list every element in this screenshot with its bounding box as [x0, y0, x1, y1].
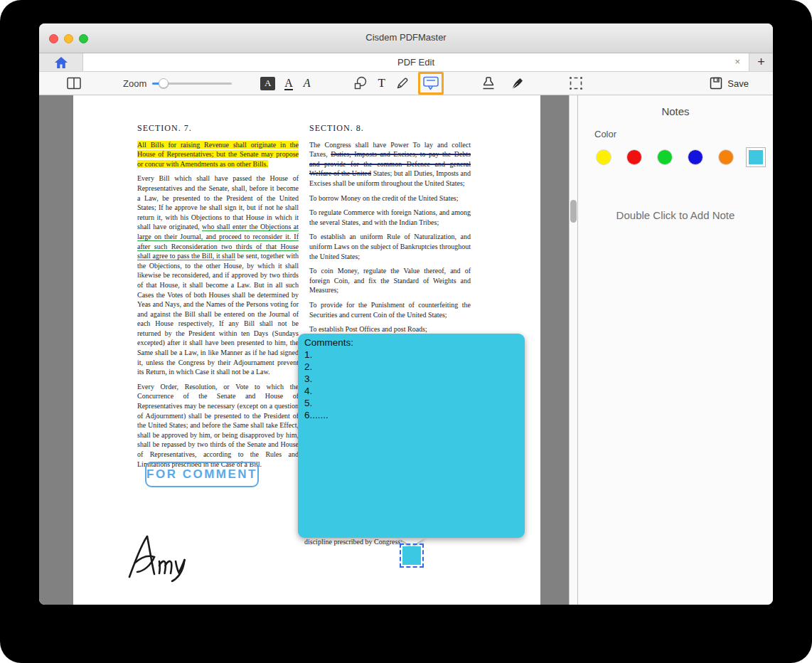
color-swatches: [596, 147, 766, 167]
panel-icon: [66, 76, 82, 90]
add-note-hint: Double Click to Add Note: [578, 209, 773, 221]
strikethrough-text-button[interactable]: A: [304, 77, 311, 90]
save-label: Save: [727, 78, 749, 89]
stamp-tool-button[interactable]: [481, 75, 496, 91]
shape-icon: [353, 76, 368, 90]
pdf-paragraph: To establish an uniform Rule of Naturali…: [309, 232, 471, 261]
screenshot-frame: Cisdem PDFMaster PDF Edit × +: [0, 0, 812, 663]
pdf-heading: SECTION. 7.: [137, 124, 299, 134]
note-line: 3.: [304, 373, 518, 385]
zoom-label: Zoom: [123, 78, 146, 89]
pdf-paragraph: Every Bill which shall have passed the H…: [137, 174, 299, 376]
main-content: SECTION. 7.All Bills for raising Revenue…: [39, 95, 773, 605]
tab-title: PDF Edit: [397, 57, 434, 68]
note-line: 6.......: [304, 409, 518, 421]
note-line: 5.: [304, 397, 518, 409]
pdf-paragraph: The Congress shall have Power To lay and…: [309, 140, 471, 189]
fountain-pen-icon: [511, 76, 525, 90]
note-tool-button[interactable]: [422, 75, 439, 91]
strikethrough-text-icon: A: [304, 77, 311, 90]
color-swatch-blue[interactable]: [688, 149, 703, 165]
pdf-paragraph: To establish Post Offices and post Roads…: [309, 324, 471, 334]
color-swatch-cyan[interactable]: [749, 150, 763, 164]
notes-sidebar: Notes Color Double Click to Add Note: [577, 95, 773, 605]
signature-tool-button[interactable]: [511, 76, 525, 90]
toggle-sidebar-button[interactable]: [66, 76, 82, 90]
color-swatch-green[interactable]: [657, 149, 673, 165]
note-line: 2.: [304, 361, 518, 373]
vertical-scrollbar[interactable]: [569, 95, 577, 605]
color-swatch-orange[interactable]: [718, 149, 734, 165]
toolbar: Zoom A A A T: [39, 72, 773, 95]
tab-bar: PDF Edit × +: [39, 53, 773, 72]
underline-text-icon: A: [284, 77, 293, 90]
note-line: 4.: [304, 385, 518, 397]
marquee-selection-icon: [569, 76, 583, 90]
sidebar-title: Notes: [578, 105, 773, 117]
pdf-viewer[interactable]: SECTION. 7.All Bills for raising Revenue…: [39, 95, 577, 605]
pencil-tool-button[interactable]: [395, 76, 410, 90]
pdf-paragraph: To provide for the Punishment of counter…: [309, 300, 471, 319]
signature-amy-drawing: [125, 533, 193, 583]
stamp-icon: [481, 75, 496, 91]
shape-tool-button[interactable]: [353, 76, 368, 90]
scrollbar-thumb[interactable]: [570, 200, 577, 223]
pdf-column-left: SECTION. 7.All Bills for raising Revenue…: [137, 124, 299, 474]
color-swatch-selected-frame: [746, 147, 766, 167]
color-label: Color: [594, 129, 773, 139]
tab-pdf-edit[interactable]: PDF Edit ×: [83, 53, 749, 71]
app-title: Cisdem PDFMaster: [39, 32, 773, 43]
pdf-paragraph: To borrow Money on the credit of the Uni…: [309, 193, 471, 203]
note-line: Comments:: [304, 336, 518, 349]
note-tool-highlight-box: [418, 72, 444, 95]
note-anchor-icon[interactable]: [402, 546, 421, 565]
for-comment-stamp[interactable]: FOR COMMENT: [145, 462, 259, 487]
highlight-text-icon: A: [260, 77, 275, 90]
pdf-line-below-note: discipline prescribed by Congress;: [304, 538, 402, 546]
pdf-heading: SECTION. 8.: [309, 124, 471, 134]
underline-text-button[interactable]: A: [284, 77, 293, 90]
text-tool-button[interactable]: T: [378, 76, 385, 90]
color-swatch-yellow[interactable]: [596, 149, 611, 165]
signature-annotation[interactable]: [125, 533, 193, 583]
app-window: Cisdem PDFMaster PDF Edit × +: [39, 23, 773, 605]
highlight-text-button[interactable]: A: [260, 77, 275, 90]
save-button[interactable]: Save: [709, 76, 749, 90]
pdf-paragraph: Every Order, Resolution, or Vote to whic…: [137, 382, 299, 469]
tab-close-icon[interactable]: ×: [734, 56, 740, 68]
pdf-paragraph: To regulate Commerce with foreign Nation…: [309, 208, 471, 227]
note-icon: [422, 75, 439, 91]
zoom-slider-thumb[interactable]: [159, 78, 169, 88]
new-tab-button[interactable]: +: [749, 53, 773, 71]
select-area-button[interactable]: [569, 76, 583, 90]
note-line: 1.: [304, 349, 518, 361]
sticky-note[interactable]: Comments:1.2.3.4.5.6.......: [298, 334, 525, 538]
pdf-paragraph: To coin Money, regulate the Value thereo…: [309, 266, 471, 295]
home-button[interactable]: [39, 53, 83, 71]
sticky-note-tail: [398, 538, 425, 546]
pdf-paragraph: All Bills for raising Revenue shall orig…: [137, 140, 299, 169]
save-icon: [709, 76, 723, 90]
color-swatch-red[interactable]: [626, 149, 642, 165]
zoom-slider[interactable]: [152, 78, 232, 88]
home-icon: [54, 56, 68, 69]
title-bar: Cisdem PDFMaster: [39, 23, 773, 53]
pencil-icon: [395, 76, 410, 90]
text-tool-icon: T: [378, 76, 385, 90]
